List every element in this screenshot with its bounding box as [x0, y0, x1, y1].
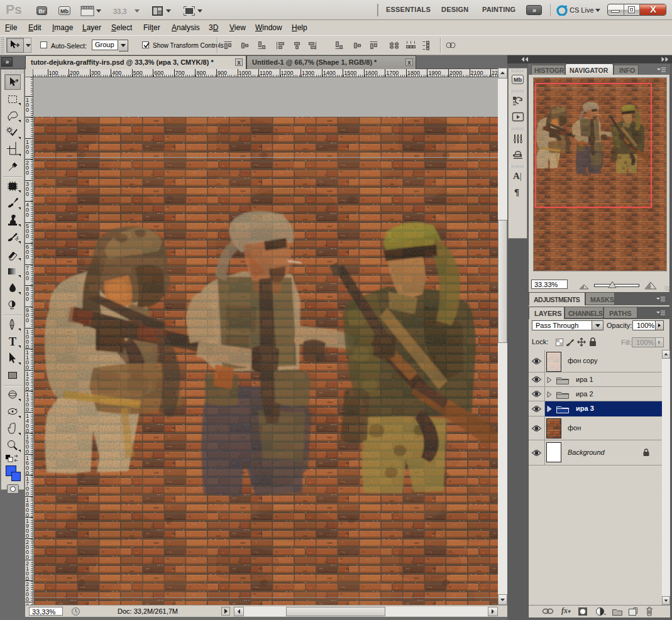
- svg-text:T: T: [9, 335, 16, 348]
